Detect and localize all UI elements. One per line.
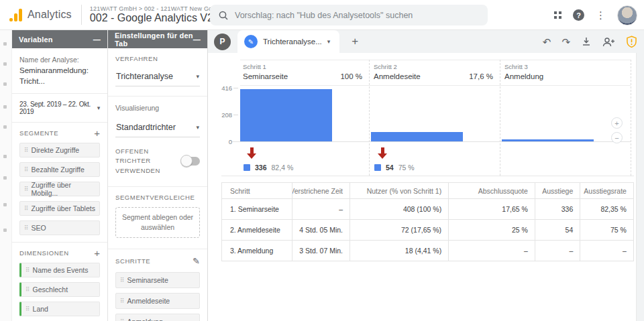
- tab-funnel-analysis[interactable]: ✎ Trichteranalyse... ▾: [237, 30, 339, 53]
- segment-chip[interactable]: ⠿ Zugriffe über Tablets: [19, 201, 100, 216]
- col-header-nutzer: Nutzer (% von Schritt 1): [350, 183, 448, 198]
- drag-handle-icon: ⠿: [24, 147, 28, 153]
- variables-panel: Variablen — Name der Analyse: Seminaranm…: [12, 30, 108, 321]
- undo-icon[interactable]: ↶: [543, 37, 551, 47]
- search-bar[interactable]: [210, 5, 488, 25]
- table-row: 3. Anmeldung 3 Std. 07 Min. 18 (4,41 %) …: [222, 241, 633, 261]
- col-header-ausstiegsrate: Ausstiegsrate: [580, 183, 633, 198]
- table-row: 2. Anmeldeseite 4 Std. 05 Min. 72 (17,65…: [222, 220, 633, 241]
- segment-label: Zugriffe über Mobilg...: [32, 181, 95, 197]
- add-segment-icon[interactable]: +: [94, 130, 100, 137]
- segment-chip[interactable]: ⠿ Zugriffe über Mobilg...: [19, 182, 100, 196]
- edit-steps-icon[interactable]: ✎: [193, 256, 200, 266]
- dropoff-legend-step1: 336 82,4 %: [244, 164, 293, 172]
- settings-panel-title: Einstellungen für den Tab: [115, 31, 193, 48]
- search-input[interactable]: [235, 11, 463, 20]
- visualization-select[interactable]: Standardtrichter ▾: [115, 119, 200, 137]
- user-avatar[interactable]: [617, 5, 637, 25]
- property-selector[interactable]: 002 - Google Analytics V2 ▾: [90, 12, 220, 24]
- drag-handle-icon: ⠿: [120, 318, 124, 321]
- table-header-row: Schritt Verstrichene Zeit Nutzer (% von …: [222, 183, 633, 199]
- analysis-name-value[interactable]: Seminaranmeldung: Tricht...: [19, 65, 100, 86]
- cell: 408 (100 %): [350, 199, 448, 219]
- cell: 3 Std. 07 Min.: [292, 241, 350, 261]
- dimension-chip[interactable]: ⠿ Land: [19, 302, 100, 316]
- chart-divider: [221, 176, 634, 176]
- step-chip[interactable]: ⠿ Seminarseite: [115, 272, 200, 288]
- dimension-chip[interactable]: ⠿ Geschlecht: [19, 282, 100, 297]
- workspace-avatar[interactable]: P: [214, 34, 231, 50]
- drag-handle-icon: ⠿: [24, 166, 28, 173]
- funnel-canvas: Schritt 1 Seminarseite 100 % Schritt 2 A…: [208, 53, 636, 321]
- segments-label: SEGMENTE: [19, 129, 58, 137]
- dropoff-rate: 75 %: [398, 164, 415, 172]
- help-icon[interactable]: ?: [573, 9, 584, 21]
- cell: 18 (4,41 %): [350, 241, 448, 261]
- table-row: 1. Seminarseite – 408 (100 %) 17,65 % 33…: [222, 199, 633, 220]
- settings-panel-header: Einstellungen für den Tab —: [108, 30, 207, 48]
- minimize-icon[interactable]: —: [93, 38, 101, 42]
- tab-label: Trichteranalyse...: [263, 38, 322, 46]
- app-header: Analytics 121WATT GmbH > 002 - 121WATT N…: [0, 0, 644, 30]
- tab-pencil-icon: ✎: [244, 35, 258, 48]
- share-users-icon[interactable]: [602, 37, 615, 47]
- property-title: 002 - Google Analytics V2: [90, 12, 213, 24]
- insights-alert-icon[interactable]: [626, 36, 637, 48]
- col-header-ausstiege: Ausstiege: [535, 183, 580, 198]
- scroll-gutter[interactable]: [636, 53, 644, 321]
- open-funnel-toggle[interactable]: [181, 157, 200, 166]
- funnel-bar-step2[interactable]: [371, 132, 463, 141]
- step-label: Anmeldeseite: [127, 297, 170, 305]
- apps-grid-icon[interactable]: [554, 11, 561, 19]
- x-axis-line: [232, 141, 631, 142]
- chevron-down-icon: ▾: [196, 124, 199, 131]
- cell: 3. Anmeldung: [222, 241, 292, 261]
- cell: 82,35 %: [580, 199, 633, 219]
- add-dimension-icon[interactable]: +: [94, 250, 100, 257]
- chevron-down-icon: ▾: [196, 73, 199, 80]
- date-range-picker[interactable]: 23. Sept. 2019 – 22. Okt. 2019 ▾: [19, 101, 100, 115]
- dropoff-arrow-icon: [378, 147, 388, 159]
- segment-chip[interactable]: ⠿ Bezahlte Zugriffe: [19, 162, 100, 177]
- open-funnel-label: OFFENEN TRICHTER: [115, 147, 181, 166]
- segment-chip[interactable]: ⠿ Direkte Zugriffe: [19, 143, 100, 157]
- zoom-out-button[interactable]: −: [611, 132, 623, 143]
- cell: 75 %: [580, 220, 633, 240]
- dimension-label: Name des Events: [33, 266, 89, 274]
- dimension-chip[interactable]: ⠿ Name des Events: [19, 263, 100, 277]
- dropoff-count: 336: [255, 164, 267, 172]
- step-chip[interactable]: ⠿ Anmeldeseite: [115, 293, 200, 309]
- tab-settings-panel: Einstellungen für den Tab — VERFAHREN Tr…: [108, 30, 208, 321]
- step-label: Anmeldung: [127, 318, 163, 321]
- drag-handle-icon: ⠿: [24, 205, 28, 212]
- step-chip[interactable]: ⠿ Anmeldung: [115, 314, 200, 321]
- dropoff-legend-step2: 54 75 %: [374, 164, 415, 172]
- funnel-bar-step3[interactable]: [502, 139, 594, 141]
- drag-handle-icon: ⠿: [24, 186, 28, 192]
- segment-label: Zugriffe über Tablets: [32, 204, 95, 212]
- more-menu-icon[interactable]: ⋮: [596, 9, 606, 21]
- tab-strip: P ✎ Trichteranalyse... ▾ + ↶ ↷: [208, 30, 644, 53]
- funnel-bar-step1[interactable]: [240, 89, 332, 141]
- new-tab-button[interactable]: +: [352, 35, 358, 48]
- segment-dropzone[interactable]: Segment ablegen oder auswählen: [115, 207, 200, 238]
- segment-label: SEO: [32, 224, 46, 232]
- zoom-in-button[interactable]: +: [611, 117, 623, 129]
- visualization-label: Visualisierung: [115, 103, 200, 113]
- minimize-icon[interactable]: —: [193, 38, 201, 42]
- variables-panel-title: Variablen: [19, 36, 53, 44]
- variables-panel-header: Variablen —: [12, 30, 107, 48]
- cell: 17,65 %: [448, 199, 535, 219]
- date-range-value: 23. Sept. 2019 – 22. Okt. 2019: [19, 101, 97, 115]
- redo-icon[interactable]: ↷: [561, 37, 570, 47]
- segment-chip[interactable]: ⠿ SEO: [19, 220, 100, 235]
- method-value: Trichteranalyse: [116, 72, 173, 81]
- download-icon[interactable]: [581, 36, 592, 47]
- breadcrumb[interactable]: 121WATT GmbH > 002 - 121WATT New Go...: [90, 5, 220, 12]
- segment-label: Direkte Zugriffe: [32, 146, 80, 154]
- method-select[interactable]: Trichteranalyse ▾: [115, 68, 200, 86]
- dimensions-label: DIMENSIONEN: [19, 249, 69, 257]
- analytics-logo-icon: [9, 8, 22, 21]
- app-name: Analytics: [28, 9, 72, 21]
- dropoff-rate: 82,4 %: [272, 164, 294, 172]
